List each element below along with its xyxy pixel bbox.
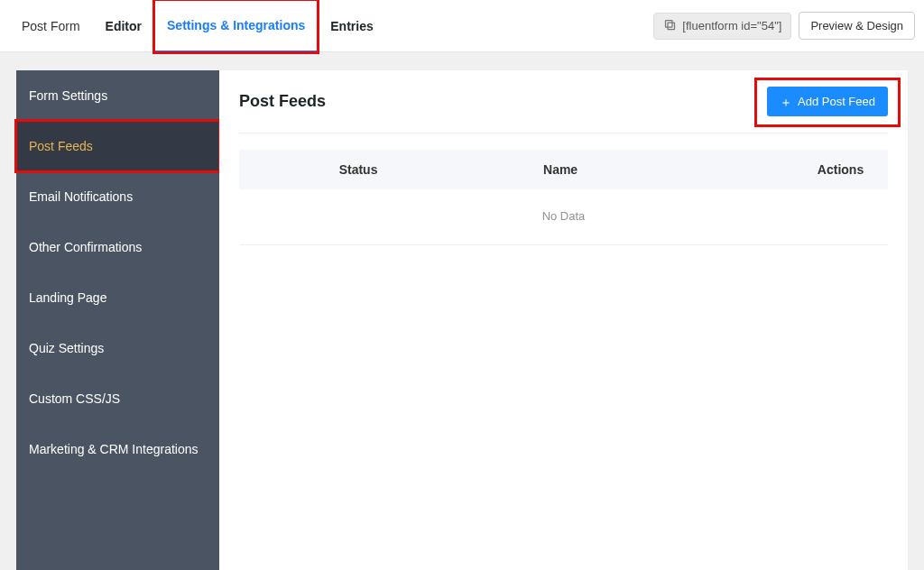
column-actions: Actions bbox=[661, 162, 864, 177]
sidebar-item-label: Landing Page bbox=[29, 290, 106, 305]
tab-editor[interactable]: Editor bbox=[93, 0, 154, 52]
sidebar-item-quiz-settings[interactable]: Quiz Settings bbox=[16, 323, 219, 373]
sidebar-item-label: Quiz Settings bbox=[29, 341, 104, 355]
tab-label: Post Form bbox=[22, 19, 80, 33]
sidebar-item-label: Other Confirmations bbox=[29, 240, 142, 254]
sidebar-item-marketing-crm-integrations[interactable]: Marketing & CRM Integrations bbox=[16, 424, 219, 474]
tab-settings-integrations[interactable]: Settings & Integrations bbox=[154, 0, 318, 52]
sidebar-item-custom-css-js[interactable]: Custom CSS/JS bbox=[16, 373, 219, 424]
column-status: Status bbox=[257, 162, 459, 177]
main-header: Post Feeds ＋ Add Post Feed bbox=[239, 87, 888, 133]
add-post-feed-button[interactable]: ＋ Add Post Feed bbox=[767, 87, 888, 116]
tab-label: Entries bbox=[330, 19, 373, 33]
sidebar-item-label: Post Feeds bbox=[29, 139, 93, 153]
sidebar-item-email-notifications[interactable]: Email Notifications bbox=[16, 171, 219, 222]
button-label: Preview & Design bbox=[810, 19, 903, 32]
table-empty-state: No Data bbox=[239, 189, 888, 245]
content-wrap: Form Settings Post Feeds Email Notificat… bbox=[0, 52, 924, 570]
sidebar-item-landing-page[interactable]: Landing Page bbox=[16, 272, 219, 323]
column-name: Name bbox=[459, 162, 661, 177]
tab-label: Editor bbox=[106, 19, 142, 33]
plus-icon: ＋ bbox=[780, 96, 792, 108]
table-header: Status Name Actions bbox=[239, 150, 888, 189]
sidebar-item-label: Email Notifications bbox=[29, 189, 133, 204]
copy-icon bbox=[663, 18, 682, 34]
sidebar-item-form-settings[interactable]: Form Settings bbox=[16, 70, 219, 121]
tab-label: Settings & Integrations bbox=[167, 18, 305, 32]
shortcode-chip[interactable]: [fluentform id="54"] bbox=[653, 13, 791, 40]
sidebar: Form Settings Post Feeds Email Notificat… bbox=[16, 70, 219, 570]
svg-rect-1 bbox=[666, 20, 673, 27]
page-title: Post Feeds bbox=[239, 92, 326, 111]
tab-entries[interactable]: Entries bbox=[318, 0, 385, 52]
sidebar-item-label: Marketing & CRM Integrations bbox=[29, 442, 199, 456]
preview-design-button[interactable]: Preview & Design bbox=[799, 12, 915, 40]
topbar: Post Form Editor Settings & Integrations… bbox=[0, 0, 924, 52]
sidebar-item-other-confirmations[interactable]: Other Confirmations bbox=[16, 222, 219, 272]
sidebar-item-label: Form Settings bbox=[29, 88, 107, 103]
sidebar-item-label: Custom CSS/JS bbox=[29, 391, 120, 406]
svg-rect-0 bbox=[668, 23, 675, 30]
sidebar-item-post-feeds[interactable]: Post Feeds bbox=[16, 121, 219, 171]
tab-post-form[interactable]: Post Form bbox=[9, 0, 93, 52]
shortcode-text: [fluentform id="54"] bbox=[682, 19, 781, 32]
main-panel: Post Feeds ＋ Add Post Feed Status Name A… bbox=[219, 70, 908, 570]
button-label: Add Post Feed bbox=[798, 95, 875, 108]
